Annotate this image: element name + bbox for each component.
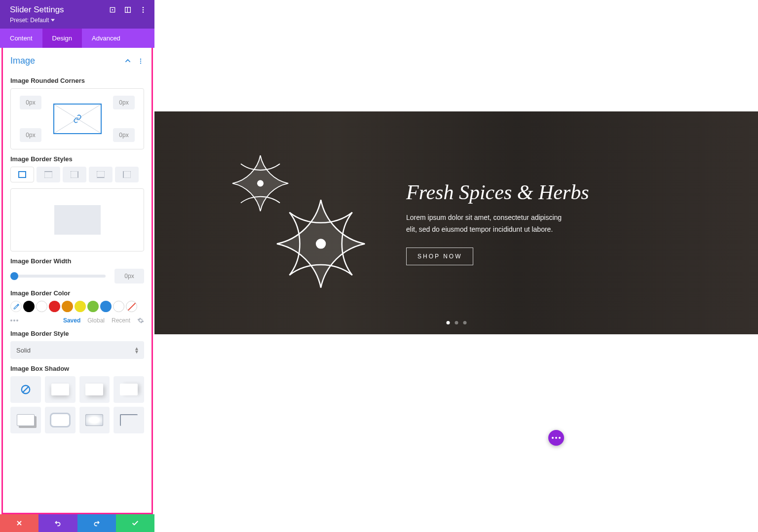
label-border-style: Image Border Style bbox=[10, 330, 144, 337]
dot-3[interactable] bbox=[463, 321, 466, 324]
color-picker-eyedropper[interactable] bbox=[10, 301, 22, 312]
svg-point-1 bbox=[112, 9, 114, 11]
border-width-slider[interactable] bbox=[10, 275, 106, 278]
svg-point-7 bbox=[140, 58, 141, 59]
redo-button[interactable] bbox=[77, 514, 116, 532]
border-style-select[interactable]: Solid bbox=[10, 341, 144, 359]
cancel-button[interactable] bbox=[0, 514, 38, 532]
swatch-white-2[interactable] bbox=[113, 301, 124, 312]
svg-point-4 bbox=[143, 7, 144, 8]
border-side-all[interactable] bbox=[10, 167, 34, 182]
slide-title: Fresh Spices & Herbs bbox=[406, 180, 728, 204]
border-side-right[interactable] bbox=[63, 167, 86, 182]
shadow-preset-3[interactable] bbox=[79, 376, 110, 403]
color-settings-icon[interactable] bbox=[137, 317, 144, 324]
swatch-yellow[interactable] bbox=[75, 301, 86, 312]
swatch-white[interactable] bbox=[36, 301, 47, 312]
panel-header: Slider Settings Preset: Default bbox=[0, 0, 154, 29]
label-rounded-corners: Image Rounded Corners bbox=[10, 77, 144, 84]
shadow-preset-7[interactable] bbox=[79, 407, 110, 433]
save-button[interactable] bbox=[116, 514, 154, 532]
settings-tabs: Content Design Advanced bbox=[0, 29, 154, 48]
swatch-blue[interactable] bbox=[100, 301, 112, 312]
tab-advanced[interactable]: Advanced bbox=[82, 29, 130, 48]
shadow-preset-5[interactable] bbox=[10, 407, 41, 433]
preset-dropdown[interactable]: Preset: Default bbox=[10, 17, 147, 24]
page-preview: Fresh Spices & Herbs Lorem ipsum dolor s… bbox=[154, 0, 758, 532]
color-tab-global[interactable]: Global bbox=[87, 317, 105, 324]
panel-title: Slider Settings bbox=[10, 5, 64, 15]
section-more-icon[interactable] bbox=[137, 58, 144, 65]
shop-now-button[interactable]: SHOP NOW bbox=[406, 248, 473, 265]
corner-link-toggle[interactable] bbox=[53, 104, 102, 134]
slider-dots[interactable] bbox=[446, 321, 466, 324]
slide-image bbox=[204, 142, 391, 304]
slider-module[interactable]: Fresh Spices & Herbs Lorem ipsum dolor s… bbox=[154, 111, 758, 334]
label-border-styles: Image Border Styles bbox=[10, 155, 144, 163]
tab-design[interactable]: Design bbox=[42, 29, 82, 48]
svg-point-6 bbox=[143, 11, 144, 13]
corner-tr-input[interactable] bbox=[113, 96, 135, 109]
svg-point-9 bbox=[140, 62, 141, 63]
svg-point-13 bbox=[316, 240, 325, 248]
undo-button[interactable] bbox=[38, 514, 77, 532]
color-tab-recent[interactable]: Recent bbox=[112, 317, 130, 324]
tab-content[interactable]: Content bbox=[0, 29, 42, 48]
swatch-red[interactable] bbox=[49, 301, 60, 312]
rounded-corners-control bbox=[10, 88, 144, 149]
border-side-left[interactable] bbox=[115, 167, 139, 182]
shadow-preset-8[interactable] bbox=[114, 407, 144, 433]
shadow-none[interactable] bbox=[10, 376, 41, 403]
svg-point-5 bbox=[143, 9, 144, 11]
dot-2[interactable] bbox=[455, 321, 458, 324]
corner-tl-input[interactable] bbox=[20, 96, 41, 109]
label-border-color: Image Border Color bbox=[10, 289, 144, 297]
swatch-green[interactable] bbox=[87, 301, 99, 312]
svg-point-12 bbox=[258, 180, 263, 186]
svg-line-11 bbox=[22, 387, 29, 393]
responsive-icon[interactable] bbox=[109, 6, 116, 14]
color-more-icon[interactable] bbox=[10, 319, 18, 321]
border-side-top[interactable] bbox=[37, 167, 60, 182]
border-preview bbox=[10, 188, 144, 251]
svg-point-8 bbox=[140, 60, 141, 61]
border-side-bottom[interactable] bbox=[89, 167, 113, 182]
dot-1[interactable] bbox=[446, 321, 450, 324]
section-title-image[interactable]: Image bbox=[10, 56, 35, 66]
color-tab-saved[interactable]: Saved bbox=[63, 317, 80, 324]
swatch-orange[interactable] bbox=[62, 301, 73, 312]
collapse-icon[interactable] bbox=[124, 58, 131, 65]
label-box-shadow: Image Box Shadow bbox=[10, 365, 144, 372]
corner-br-input[interactable] bbox=[113, 128, 135, 142]
shadow-preset-4[interactable] bbox=[114, 376, 144, 403]
corner-bl-input[interactable] bbox=[20, 128, 41, 142]
more-icon[interactable] bbox=[139, 6, 147, 14]
swatch-black[interactable] bbox=[23, 301, 35, 312]
fab-more-button[interactable] bbox=[548, 430, 564, 446]
border-width-input[interactable] bbox=[114, 269, 144, 284]
layout-icon[interactable] bbox=[124, 6, 132, 14]
shadow-preset-6[interactable] bbox=[45, 407, 76, 433]
swatch-transparent[interactable] bbox=[126, 301, 137, 312]
panel-footer bbox=[0, 514, 154, 532]
slide-description: Lorem ipsum dolor sit amet, consectetur … bbox=[406, 212, 574, 236]
shadow-preset-2[interactable] bbox=[45, 376, 76, 403]
label-border-width: Image Border Width bbox=[10, 257, 144, 265]
